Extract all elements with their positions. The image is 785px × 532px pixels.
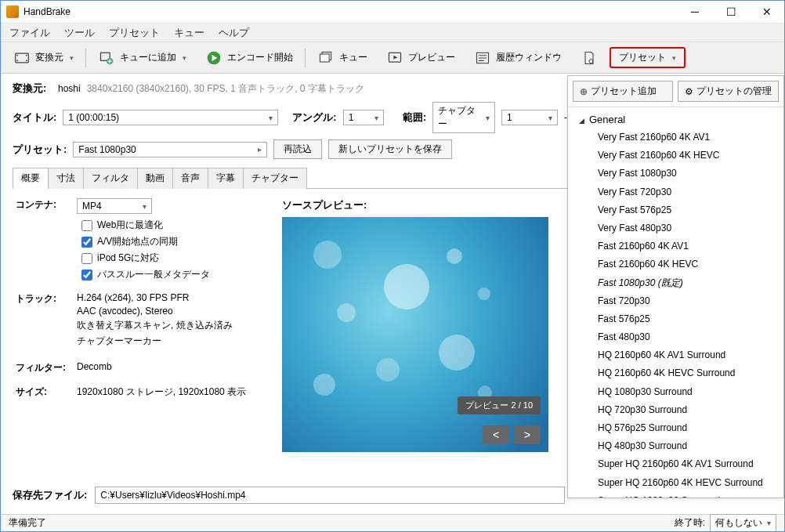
close-button[interactable]: ✕ [749, 0, 785, 24]
menu-queue[interactable]: キュー [168, 24, 211, 42]
preset-item[interactable]: Fast 1080p30 (既定) [568, 274, 780, 292]
svg-rect-9 [320, 54, 330, 62]
show-queue-button[interactable]: キュー [310, 45, 374, 71]
preset-panel: ⊕ プリセット追加 ⚙ プリセットの管理 General Very Fast 2… [567, 75, 784, 498]
save-path-input[interactable] [95, 487, 565, 504]
preset-list[interactable]: General Very Fast 2160p60 4K AV1Very Fas… [568, 107, 783, 498]
preset-item[interactable]: Very Fast 480p30 [568, 219, 780, 237]
menu-presets[interactable]: プリセット [103, 24, 166, 42]
preview-label: プレビュー [408, 51, 455, 64]
separator [305, 49, 306, 67]
activity-button[interactable]: 履歴ウィンドウ [467, 45, 569, 71]
tab-video[interactable]: 動画 [137, 168, 173, 189]
toolbar: 変換元 ▾ キューに追加 ▾ エンコード開始 キュー プレビュー 履歴ウィンドウ… [0, 42, 785, 74]
save-preset-button[interactable]: 新しいプリセットを保存 [328, 139, 452, 159]
minimize-button[interactable]: ─ [677, 0, 713, 24]
container-label: コンテナ: [16, 198, 77, 214]
container-value: MP4 [82, 201, 102, 212]
preset-item[interactable]: HQ 2160p60 4K AV1 Surround [568, 346, 780, 364]
titlebar: HandBrake ─ ☐ ✕ [0, 0, 785, 24]
av-sync-checkbox[interactable] [81, 237, 92, 248]
statusbar: 準備完了 終了時: 何もしない▾ [1, 514, 784, 531]
preset-item[interactable]: Fast 2160p60 4K AV1 [568, 237, 780, 255]
pictures-icon [317, 49, 335, 67]
source-name: hoshi [58, 83, 81, 94]
title-value: 1 (00:00:15) [68, 112, 119, 123]
status-right-label: 終了時: [675, 516, 705, 530]
preset-item[interactable]: Very Fast 1080p30 [568, 165, 780, 183]
preset-category[interactable]: General [568, 107, 780, 128]
preview-button[interactable]: プレビュー [379, 45, 462, 71]
track-line-4: チャプターマーカー [77, 335, 266, 348]
preset-item[interactable]: Fast 480p30 [568, 328, 780, 346]
web-opt-checkbox[interactable] [81, 220, 92, 231]
preset-manage-button[interactable]: ⚙ プリセットの管理 [678, 81, 779, 102]
menu-tools[interactable]: ツール [58, 24, 101, 42]
preset-item[interactable]: Fast 2160p60 4K HEVC [568, 255, 780, 273]
maximize-button[interactable]: ☐ [713, 0, 749, 24]
save-label: 保存先ファイル: [13, 488, 87, 502]
preview-next-button[interactable]: > [514, 425, 541, 444]
tab-chapters[interactable]: チャプター [243, 168, 307, 189]
monitor-play-icon [386, 49, 403, 67]
preset-item[interactable]: HQ 480p30 Surround [568, 437, 780, 455]
preset-item[interactable]: Very Fast 2160p60 4K AV1 [568, 128, 780, 147]
list-icon [474, 49, 491, 67]
preview-prev-button[interactable]: < [483, 425, 509, 444]
menu-help[interactable]: ヘルプ [212, 24, 255, 42]
preset-add-button[interactable]: ⊕ プリセット追加 [573, 81, 673, 102]
preset-item[interactable]: Very Fast 576p25 [568, 201, 780, 219]
preset-item[interactable]: Super HQ 2160p60 4K AV1 Surround [568, 455, 780, 473]
when-done-select[interactable]: 何もしない▾ [710, 514, 776, 532]
preset-item[interactable]: Super HQ 1080p30 Surround [568, 492, 780, 498]
chevron-right-icon: ▸ [258, 145, 262, 154]
container-select[interactable]: MP4▾ [77, 198, 152, 214]
tab-dimension[interactable]: 寸法 [48, 168, 84, 189]
preset-item[interactable]: Very Fast 2160p60 4K HEVC [568, 147, 780, 165]
add-queue-button[interactable]: キューに追加 ▾ [91, 45, 194, 71]
source-button-label: 変換元 [35, 51, 63, 64]
chevron-down-icon: ▾ [143, 202, 147, 211]
svg-point-12 [589, 59, 593, 63]
plus-icon: ⊕ [580, 86, 588, 97]
separator [85, 49, 86, 67]
svg-rect-4 [26, 60, 27, 61]
preset-item[interactable]: HQ 720p30 Surround [568, 401, 780, 419]
range-from-select[interactable]: 1▾ [501, 110, 558, 125]
preset-select[interactable]: Fast 1080p30▸ [73, 142, 267, 157]
presets-toolbar-button[interactable]: プリセット ▾ [610, 47, 686, 68]
menu-file[interactable]: ファイル [3, 24, 56, 42]
preset-item[interactable]: Super HQ 2160p60 4K HEVC Surround [568, 474, 780, 492]
source-button[interactable]: 変換元 ▾ [6, 45, 81, 71]
tab-subs[interactable]: 字幕 [208, 168, 244, 189]
passthru-checkbox[interactable] [81, 270, 92, 280]
preset-item[interactable]: Fast 720p30 [568, 292, 780, 310]
preset-add-label: プリセット追加 [591, 85, 657, 98]
tab-filters[interactable]: フィルタ [83, 168, 138, 189]
range-type-value: チャプター [438, 104, 481, 131]
range-from-value: 1 [507, 112, 512, 123]
tab-audio[interactable]: 音声 [172, 168, 208, 189]
reload-button[interactable]: 再読込 [273, 139, 322, 159]
tab-summary[interactable]: 概要 [13, 168, 49, 189]
preset-item[interactable]: HQ 2160p60 4K HEVC Surround [568, 364, 780, 382]
title-label: タイトル: [13, 110, 56, 125]
source-preview: プレビュー 2 / 10 < > [282, 217, 548, 452]
preset-item[interactable]: HQ 1080p30 Surround [568, 383, 780, 401]
start-encode-button[interactable]: エンコード開始 [198, 45, 300, 71]
presets-toolbar-icon-button[interactable] [573, 45, 605, 71]
track-line-1: H.264 (x264), 30 FPS PFR [77, 292, 266, 303]
preset-item[interactable]: HQ 576p25 Surround [568, 419, 780, 437]
svg-rect-3 [26, 54, 27, 56]
angle-select[interactable]: 1▾ [343, 110, 384, 125]
preset-item[interactable]: Very Fast 720p30 [568, 183, 780, 201]
app-icon [6, 5, 19, 18]
range-type-select[interactable]: チャプター▾ [432, 102, 495, 133]
film-icon [13, 49, 31, 67]
app-title: HandBrake [24, 6, 677, 17]
add-queue-label: キューに追加 [120, 51, 176, 64]
svg-rect-1 [16, 54, 18, 56]
ipod-checkbox[interactable] [81, 253, 92, 264]
title-select[interactable]: 1 (00:00:15)▾ [63, 110, 278, 125]
preset-item[interactable]: Fast 576p25 [568, 310, 780, 328]
